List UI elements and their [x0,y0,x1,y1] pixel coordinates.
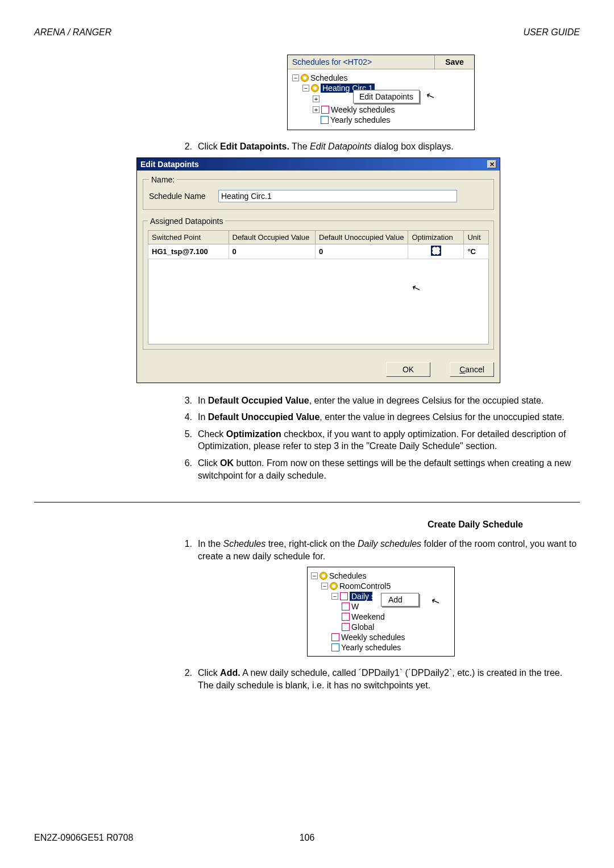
expand-icon[interactable]: + [313,95,320,102]
clock-icon [330,582,338,590]
schedule-name-input[interactable] [218,190,457,202]
instruction-text: In the Schedules tree, right-click on th… [198,538,580,562]
collapse-icon[interactable]: − [302,85,309,92]
header-left: ARENA / RANGER [34,27,111,38]
list-number: 5. [182,428,198,452]
tree-label: Schedules [310,73,347,82]
schedule-icon [342,623,350,631]
instruction-text: In Default Occupied Value, enter the val… [198,394,580,407]
tree-item-weekly[interactable]: Weekly schedules [311,632,451,642]
col-default-unoccupied[interactable]: Default Unoccupied Value [316,230,408,244]
footer-doc-id: EN2Z-0906GE51 R0708 [34,833,133,843]
collapse-icon[interactable]: − [311,572,318,579]
schedule-icon [331,633,339,641]
datapoints-table: Switched Point Default Occupied Value De… [148,230,489,259]
tree-label: Weekly schedules [341,633,405,642]
cell-unoccupied-value[interactable]: 0 [316,244,408,259]
clock-icon [320,572,327,580]
cancel-button[interactable]: Cancel [450,362,494,377]
tree-label: Schedules [329,571,366,580]
collapse-icon[interactable]: − [321,583,328,589]
schedules-tree: − Schedules − RoomControl5 − Daily sched… [307,567,455,657]
cell-occupied-value[interactable]: 0 [229,244,315,259]
cursor-icon: ↖ [410,281,422,296]
instruction-text: Click Edit Datapoints. The Edit Datapoin… [198,140,580,153]
cell-switched-point: HG1_tsp@7.100 [148,244,229,259]
table-empty-area: ↖ [148,259,489,344]
schedule-name-label: Schedule Name [149,192,211,201]
panel-title: Schedules for <HT02> [288,55,434,69]
edit-datapoints-dialog: Edit Datapoints ✕ Name: Schedule Name As… [136,157,500,383]
instruction-text: Click Add. A new daily schedule, called … [198,667,580,691]
tree-item-weekly[interactable]: + Weekly schedules [292,105,470,115]
schedule-icon [342,613,350,621]
tree-label: Weekly schedules [331,105,395,114]
optimization-checkbox[interactable] [432,247,440,255]
tree-root[interactable]: − Schedules [311,571,451,581]
context-menu-item[interactable]: Add [381,593,419,607]
tree-item[interactable]: Weekend [311,612,451,622]
tree-label: Yearly schedules [341,643,401,652]
save-button[interactable]: Save [434,55,474,69]
tree-label: Weekend [351,612,385,621]
list-number: 3. [182,394,198,407]
group-label: Assigned Datapoints [148,217,225,226]
schedule-icon [331,643,339,651]
section-divider [34,502,580,502]
folder-icon [340,592,348,600]
schedule-icon [321,116,329,124]
instruction-text: In Default Unoccupied Value, enter the v… [198,411,580,423]
tree-label: Yearly schedules [330,115,390,124]
schedule-icon [342,603,350,610]
ok-button[interactable]: OK [386,362,430,377]
list-number: 4. [182,411,198,423]
instruction-text: Check Optimization checkbox, if you want… [198,428,580,452]
tree-label: RoomControl5 [339,582,391,591]
col-unit[interactable]: Unit [464,230,489,244]
dialog-title: Edit Datapoints [140,160,199,169]
section-heading: Create Daily Schedule [34,520,580,530]
cell-unit: °C [464,244,489,259]
clock-icon [301,74,309,82]
tree-item-yearly[interactable]: Yearly schedules [311,642,451,653]
context-menu-item[interactable]: Edit Datapoints [353,90,420,103]
group-label: Name: [149,175,177,184]
list-number: 6. [182,457,198,481]
tree-label: Daily schedules [350,592,372,601]
instruction-text: Click OK button. From now on these setti… [198,457,580,481]
tree-item[interactable]: Global [311,622,451,632]
col-optimization[interactable]: Optimization [408,230,464,244]
tree-label: W [351,602,359,611]
tree-label: Global [351,622,374,632]
collapse-icon[interactable]: − [331,593,338,600]
schedule-icon [321,106,329,114]
page-number: 106 [300,833,315,843]
cell-optimization[interactable] [408,244,464,259]
list-number: 1. [182,538,198,562]
expand-icon[interactable]: + [313,106,320,113]
close-button[interactable]: ✕ [487,160,496,168]
list-number: 2. [182,140,198,153]
list-number: 2. [182,667,198,691]
table-row[interactable]: HG1_tsp@7.100 0 0 °C [148,244,489,259]
tree-item-yearly[interactable]: Yearly schedules [292,115,470,125]
tree-item[interactable]: − RoomControl5 [311,581,451,591]
tree-root[interactable]: − Schedules [292,73,470,83]
header-right: USER GUIDE [523,27,580,38]
col-switched-point[interactable]: Switched Point [148,230,229,244]
clock-icon [311,84,319,92]
collapse-icon[interactable]: − [292,74,299,81]
col-default-occupied[interactable]: Default Occupied Value [229,230,315,244]
